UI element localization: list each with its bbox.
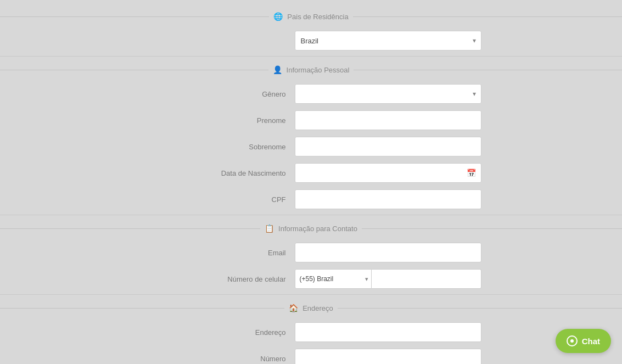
chat-button[interactable]: Chat xyxy=(556,329,611,353)
person-icon: 👤 xyxy=(273,65,282,74)
chat-bubble-icon xyxy=(567,335,578,346)
personal-section-label: Informação Pessoal xyxy=(287,66,350,74)
phone-country-wrapper: (+55) Brazil (+1) United States (+351) P… xyxy=(295,269,372,289)
country-select[interactable]: Brazil United States Argentina Portugal xyxy=(295,31,481,51)
phone-wrapper: (+55) Brazil (+1) United States (+351) P… xyxy=(295,269,481,289)
gender-select[interactable]: Masculino Feminino Outro xyxy=(295,84,481,104)
number-input[interactable] xyxy=(295,349,481,364)
phone-country-select[interactable]: (+55) Brazil (+1) United States (+351) P… xyxy=(295,269,372,289)
birthdate-label: Data de Nascimento xyxy=(141,169,295,177)
birthdate-input[interactable] xyxy=(295,163,481,183)
cpf-input[interactable] xyxy=(295,189,481,209)
number-label: Número xyxy=(141,355,295,363)
number-row: Número xyxy=(0,345,622,364)
chat-button-label: Chat xyxy=(582,337,600,346)
gender-label: Gênero xyxy=(141,90,295,98)
firstname-label: Prenome xyxy=(141,116,295,125)
contact-section-label: Informação para Contato xyxy=(278,225,357,233)
firstname-input[interactable] xyxy=(295,110,481,130)
email-label: Email xyxy=(141,249,295,257)
country-row: Brazil United States Argentina Portugal … xyxy=(0,27,622,54)
lastname-label: Sobrenome xyxy=(141,143,295,151)
address-input[interactable] xyxy=(295,322,481,342)
firstname-row: Prenome xyxy=(0,107,622,133)
phone-number-input[interactable] xyxy=(372,269,481,289)
contact-section-header: 📋 Informação para Contato xyxy=(0,217,622,239)
gender-row: Gênero Masculino Feminino Outro ▾ xyxy=(0,81,622,107)
home-icon: 🏠 xyxy=(289,304,298,312)
page-container: 🌐 Pais de Residência Brazil United State… xyxy=(0,0,622,364)
lastname-input[interactable] xyxy=(295,137,481,156)
address-label: Endereço xyxy=(141,328,295,337)
residence-section-header: 🌐 Pais de Residência xyxy=(0,5,622,27)
phone-row: Número de celular (+55) Brazil (+1) Unit… xyxy=(0,266,622,292)
address-section-header: 🏠 Endereço xyxy=(0,297,622,319)
phone-label: Número de celular xyxy=(141,275,295,283)
email-row: Email xyxy=(0,239,622,266)
globe-icon: 🌐 xyxy=(273,12,283,21)
email-input[interactable] xyxy=(295,243,481,262)
divider-2 xyxy=(0,215,622,215)
country-select-wrapper: Brazil United States Argentina Portugal … xyxy=(295,31,481,51)
divider-3 xyxy=(0,294,622,295)
lastname-row: Sobrenome xyxy=(0,133,622,160)
contact-icon: 📋 xyxy=(265,224,274,233)
address-section-label: Endereço xyxy=(302,304,333,312)
gender-select-wrapper: Masculino Feminino Outro ▾ xyxy=(295,84,481,104)
birthdate-wrapper: 📅 xyxy=(295,163,481,183)
personal-section-header: 👤 Informação Pessoal xyxy=(0,59,622,81)
cpf-label: CPF xyxy=(141,195,295,204)
cpf-row: CPF xyxy=(0,186,622,212)
birthdate-row: Data de Nascimento 📅 xyxy=(0,160,622,186)
address-row: Endereço xyxy=(0,319,622,345)
divider-1 xyxy=(0,56,622,57)
residence-section-label: Pais de Residência xyxy=(287,13,348,21)
